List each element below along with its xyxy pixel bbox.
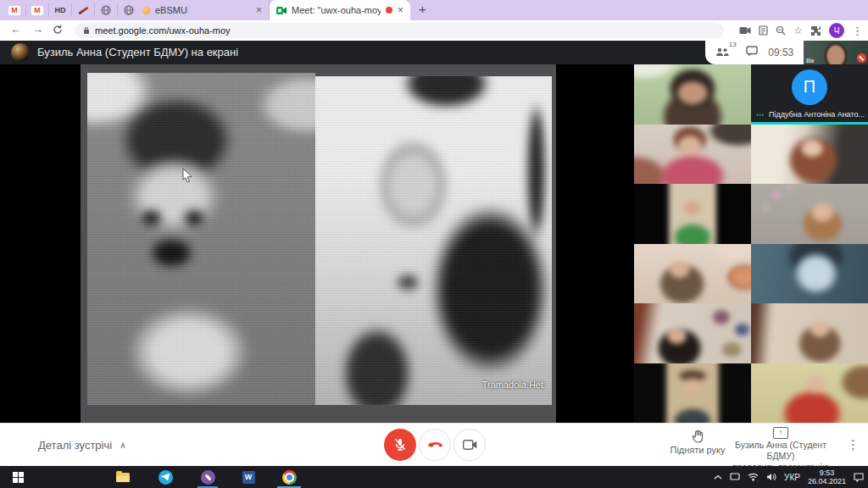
taskbar-time: 9:53 [808,469,846,477]
participant-video [634,184,751,244]
notification-center-icon[interactable] [854,473,864,482]
chrome-icon [282,470,297,485]
taskbar-word[interactable]: W [236,466,261,488]
participant-namebar: ⋯ Піддубна Антоніна Анато... [756,110,865,119]
taskbar-chrome[interactable] [276,466,302,488]
participant-count: 13 [729,41,737,48]
tab-ebsmu-label: eBSMU [155,5,251,15]
browser-addressbar: ← → meet.google.com/uwx-ouha-moy ☆ Ч ⋮ [0,20,868,41]
browser-tabbar: M M HD eBSMU × Meet: "uwx-ouha-moy" × + [0,0,868,20]
profile-avatar[interactable]: Ч [829,23,844,38]
participant-tile[interactable] [634,244,751,304]
photo-grain [315,76,552,405]
participant-tile[interactable] [634,303,751,363]
media-recording-icon [386,7,392,14]
presentation-photo-left [87,73,315,405]
participant-initial-avatar: П [792,69,827,105]
speaker-icon[interactable] [766,473,776,481]
meeting-details-button[interactable]: Деталі зустрічі ∧ [38,439,125,452]
back-button[interactable]: ← [10,23,21,36]
new-tab-button[interactable]: + [419,2,426,16]
url-text: meet.google.com/uwx-ouha-moy [95,25,231,36]
selfview-label: Вік [806,58,814,64]
tab-ebsmu[interactable]: eBSMU × [136,0,270,20]
participants-button[interactable]: 13 [715,45,737,60]
mic-mute-button[interactable] [384,429,416,461]
meet-topbar: Бузиль Анна (Студент БДМУ) на екрані 13 … [0,41,868,64]
close-icon[interactable]: × [398,5,403,15]
pinned-tab-globe-1[interactable] [95,3,118,17]
screen: M M HD eBSMU × Meet: "uwx-ouha-moy" × + … [0,0,868,488]
meet-topbar-pill: 13 09:53 [705,41,804,64]
presenter-avatar [11,43,30,62]
zoom-out-icon[interactable] [776,25,786,36]
participant-tile[interactable] [634,125,751,185]
participant-tile[interactable] [634,184,751,244]
viber-icon [201,470,215,485]
more-options-kebab-icon[interactable]: ⋮ [847,437,860,452]
pen-icon [78,6,88,14]
pinned-tab-pen[interactable] [72,3,95,17]
camera-button[interactable] [453,429,486,461]
participant-video [751,184,868,244]
selfview-thumbnail[interactable]: Вік [804,41,868,64]
raised-hand-icon [692,430,704,443]
hd-icon: HD [55,6,66,14]
browser-menu-kebab-icon[interactable]: ⋮ [852,25,863,36]
taskbar-telegram[interactable] [153,466,178,488]
participant-tile[interactable] [634,64,751,125]
mouse-cursor-icon [182,168,193,183]
gmail-icon: M [8,6,20,15]
taskbar-viber[interactable] [195,466,220,488]
reader-doc-icon[interactable] [759,25,768,36]
display-icon[interactable] [730,473,740,481]
windows-logo-icon [13,472,24,483]
extensions-puzzle-icon[interactable] [810,25,821,36]
bookmark-star-icon[interactable]: ☆ [793,25,803,36]
tray-chevron-up-icon[interactable] [714,474,722,480]
participant-tile[interactable] [751,184,868,244]
taskbar-clock[interactable]: 9:53 26.04.2021 [808,469,846,485]
photo-watermark: Tramadola.Het [482,380,543,390]
participant-video [751,125,868,185]
pinned-tab-gmail-2[interactable]: M [26,3,49,17]
folder-icon [116,473,130,482]
chat-button[interactable] [746,45,758,60]
close-icon[interactable]: × [256,5,262,15]
windows-taskbar: W УКР 9:53 26.04.2021 [0,466,868,488]
present-screen-icon: ↑ [773,427,788,439]
speaking-indicator-icon: ⋯ [756,110,765,119]
tab-camera-icon[interactable] [739,26,751,35]
start-button[interactable] [5,466,31,488]
forward-button[interactable]: → [32,23,43,36]
participant-tile[interactable] [751,363,868,424]
pinned-tab-gmail-1[interactable]: M [3,3,26,17]
wifi-icon[interactable] [748,473,759,481]
participant-tile-piddubna[interactable]: П ⋯ Піддубна Антоніна Анато... [751,64,868,125]
participant-tile[interactable] [751,125,868,185]
language-indicator[interactable]: УКР [784,473,800,482]
participant-tile[interactable] [751,303,868,363]
taskbar-explorer[interactable] [110,466,136,488]
participant-tile[interactable] [751,244,868,304]
chevron-up-icon: ∧ [120,441,125,450]
participant-tile[interactable] [634,363,751,424]
presentation-photo-right: Tramadola.Het [315,76,552,405]
participant-video [751,244,868,304]
participant-video [634,125,751,185]
chat-icon [746,46,758,57]
meet-bottombar: Деталі зустрічі ∧ Підняти руку ↑ Бузиль … [0,423,868,466]
reload-button[interactable] [53,25,63,37]
url-omnibox[interactable]: meet.google.com/uwx-ouha-moy [75,23,724,38]
participant-video [634,244,751,304]
pinned-tab-hd[interactable]: HD [49,3,72,17]
tab-meet-active[interactable]: Meet: "uwx-ouha-moy" × [270,0,410,20]
raise-hand-button[interactable]: Підняти руку [660,430,735,455]
participant-video [751,303,868,363]
hangup-button[interactable] [419,429,451,461]
telegram-icon [159,470,173,485]
phone-hangup-icon [427,441,443,448]
raise-hand-label: Підняти руку [660,445,735,455]
globe-icon [101,5,111,15]
participant-video [634,303,751,363]
